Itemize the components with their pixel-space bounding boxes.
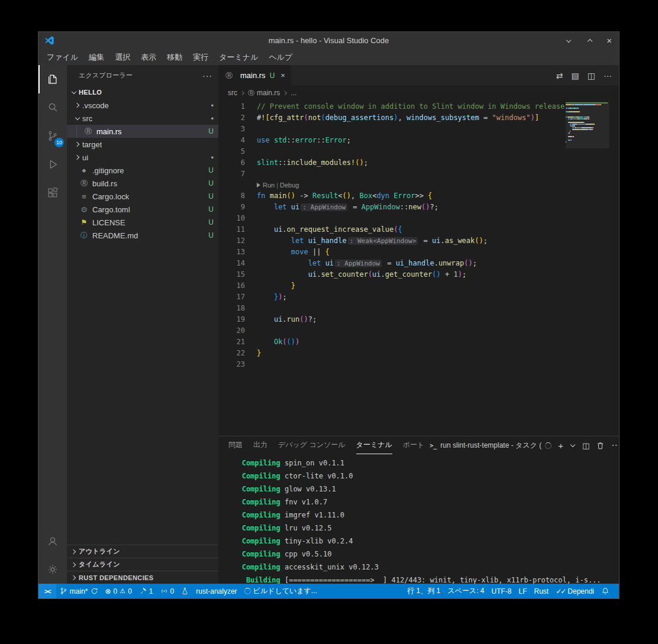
- code-line-2[interactable]: 2#![cfg_attr(not(debug_assertions), wind…: [218, 112, 566, 124]
- split-editor-icon[interactable]: ◫: [588, 71, 595, 80]
- remote-indicator[interactable]: ><: [38, 584, 56, 598]
- code-line-17[interactable]: 17 });: [218, 292, 566, 303]
- chevron-up-icon[interactable]: [585, 36, 595, 46]
- tree-item-.vscode[interactable]: .vscode•: [67, 99, 218, 112]
- ports-status-item[interactable]: 0: [157, 584, 178, 598]
- split-terminal-icon[interactable]: ◫: [582, 441, 589, 450]
- section-RUST DEPENDENCIES[interactable]: RUST DEPENDENCIES: [67, 571, 218, 584]
- run-debug-icon[interactable]: [38, 150, 67, 179]
- compare-changes-icon[interactable]: ⇄: [556, 71, 563, 80]
- codelens-debug[interactable]: Debug: [280, 180, 299, 190]
- dependi-item[interactable]: ✓✓ Dependi: [552, 584, 598, 598]
- tree-item-.gitignore[interactable]: ◆.gitignoreU: [67, 164, 218, 177]
- panel-tab-出力[interactable]: 出力: [253, 436, 267, 454]
- menu-item-選択[interactable]: 選択: [109, 51, 136, 64]
- code-line-7[interactable]: 7: [218, 169, 566, 180]
- tasks-status-item[interactable]: 1: [136, 584, 157, 598]
- code-line-14[interactable]: 14 let ui: AppWindow = ui_handle.unwrap(…: [218, 258, 566, 269]
- tree-item-main.rs[interactable]: Ⓡmain.rsU: [67, 125, 218, 138]
- explorer-more-actions-icon[interactable]: ···: [202, 71, 212, 80]
- code-line-1[interactable]: 1// Prevent console window in addition t…: [218, 101, 566, 112]
- code-line-5[interactable]: 5: [218, 146, 566, 157]
- problems-item[interactable]: ⊗ 0 ⚠ 0: [102, 584, 136, 598]
- cursor-position-item[interactable]: 行 1、列 1: [404, 584, 444, 598]
- tree-root-hello[interactable]: HELLO: [67, 86, 218, 99]
- tree-item-build.rs[interactable]: Ⓡbuild.rsU: [67, 177, 218, 190]
- kill-terminal-trash-icon[interactable]: [596, 441, 605, 450]
- tree-item-README.md[interactable]: ⓘREADME.mdU: [67, 229, 218, 242]
- panel-more-actions-icon[interactable]: ···: [611, 440, 619, 451]
- file-label: Cargo.lock: [92, 192, 129, 201]
- flask-status-item[interactable]: [178, 584, 192, 598]
- terminal-task-item[interactable]: >_ run slint-rust-template - タスク (: [430, 441, 551, 451]
- build-progress-item[interactable]: ビルドしています...: [241, 584, 321, 598]
- new-terminal-icon[interactable]: +: [558, 441, 563, 451]
- code-line-13[interactable]: 13 move || {: [218, 247, 566, 258]
- code-line-16[interactable]: 16 }: [218, 280, 566, 292]
- tab-close-icon[interactable]: ×: [280, 71, 285, 80]
- tree-item-ui[interactable]: ui•: [67, 151, 218, 164]
- menu-item-ヘルプ[interactable]: ヘルプ: [263, 51, 298, 64]
- search-icon[interactable]: [38, 93, 67, 122]
- settings-gear-icon[interactable]: [38, 555, 67, 584]
- terminal-output[interactable]: Compiling spin_on v0.1.1 Compiling ctor-…: [218, 454, 619, 584]
- explorer-icon[interactable]: [38, 65, 67, 93]
- code-line-23[interactable]: 23: [218, 359, 566, 370]
- code-line-18[interactable]: 18: [218, 303, 566, 314]
- extensions-icon[interactable]: [38, 179, 67, 207]
- code-line-22[interactable]: 22}: [218, 348, 566, 359]
- code-line-8[interactable]: 8fn main() -> Result<(), Box<dyn Error>>…: [218, 190, 566, 202]
- tree-item-LICENSE[interactable]: ⚑LICENSEU: [67, 216, 218, 229]
- section-タイムライン[interactable]: タイムライン: [67, 558, 218, 571]
- code-editor[interactable]: 1// Prevent console window in addition t…: [218, 100, 619, 436]
- menu-item-表示[interactable]: 表示: [136, 51, 162, 64]
- eol-item[interactable]: LF: [515, 584, 530, 598]
- editor-more-actions-icon[interactable]: ···: [604, 71, 612, 80]
- code-line-20[interactable]: 20: [218, 325, 566, 336]
- breadcrumb-more[interactable]: ...: [291, 89, 296, 97]
- code-line-9[interactable]: 9 let ui: AppWindow = AppWindow::new()?;: [218, 202, 566, 213]
- rust-analyzer-item[interactable]: rust-analyzer: [192, 584, 240, 598]
- codelens-run[interactable]: Run: [263, 180, 275, 190]
- menu-item-ファイル[interactable]: ファイル: [41, 51, 83, 64]
- notifications-item[interactable]: [598, 584, 613, 598]
- terminal-dropdown-icon[interactable]: [570, 441, 576, 450]
- tree-item-src[interactable]: src•: [67, 112, 218, 125]
- menu-item-移動[interactable]: 移動: [162, 51, 188, 64]
- code-line-3[interactable]: 3: [218, 124, 566, 135]
- code-line-4[interactable]: 4use std::error::Error;: [218, 135, 566, 146]
- section-アウトライン[interactable]: アウトライン: [67, 545, 218, 558]
- chevron-down-icon[interactable]: [564, 36, 573, 46]
- close-icon[interactable]: ×: [607, 36, 612, 45]
- language-mode-item[interactable]: Rust: [531, 584, 553, 598]
- menu-item-実行[interactable]: 実行: [188, 51, 214, 64]
- tab-main-rs[interactable]: Ⓡ main.rs U ×: [218, 65, 292, 86]
- code-line-15[interactable]: 15 ui.set_counter(ui.get_counter() + 1);: [218, 269, 566, 280]
- tree-item-target[interactable]: target: [67, 138, 218, 151]
- breadcrumb-main-rs[interactable]: main.rs: [257, 89, 280, 97]
- panel-tab-問題[interactable]: 問題: [228, 436, 243, 454]
- encoding-item[interactable]: UTF-8: [488, 584, 515, 598]
- code-line-21[interactable]: 21 Ok(()): [218, 336, 566, 348]
- code-line-11[interactable]: 11 ui.on_request_increase_value({: [218, 224, 566, 235]
- breadcrumb-src[interactable]: src: [228, 89, 237, 97]
- minimap[interactable]: [566, 102, 609, 436]
- panel-tab-ターミナル[interactable]: ターミナル: [356, 436, 392, 454]
- open-preview-icon[interactable]: ▤: [572, 71, 579, 80]
- menu-item-編集[interactable]: 編集: [83, 51, 109, 64]
- code-token: [321, 259, 325, 267]
- code-line-12[interactable]: 12 let ui_handle: Weak<AppWindow> = ui.a…: [218, 235, 566, 247]
- menu-item-ターミナル[interactable]: ターミナル: [214, 51, 263, 64]
- git-branch-item[interactable]: main*: [56, 584, 102, 598]
- code-line-6[interactable]: 6slint::include_modules!();: [218, 157, 566, 169]
- code-line-19[interactable]: 19 ui.run()?;: [218, 314, 566, 325]
- account-icon[interactable]: [38, 527, 67, 555]
- code-line-10[interactable]: 10: [218, 213, 566, 224]
- source-control-icon[interactable]: 10: [38, 122, 67, 150]
- panel-tab-ポート[interactable]: ポート: [403, 436, 425, 454]
- tree-item-Cargo.lock[interactable]: ≡Cargo.lockU: [67, 190, 218, 203]
- indentation-item[interactable]: スペース: 4: [444, 584, 488, 598]
- tree-item-Cargo.toml[interactable]: ⚙Cargo.tomlU: [67, 203, 218, 216]
- editor-scrollbar[interactable]: [611, 100, 619, 436]
- panel-tab-デバッグ コンソール[interactable]: デバッグ コンソール: [278, 436, 346, 454]
